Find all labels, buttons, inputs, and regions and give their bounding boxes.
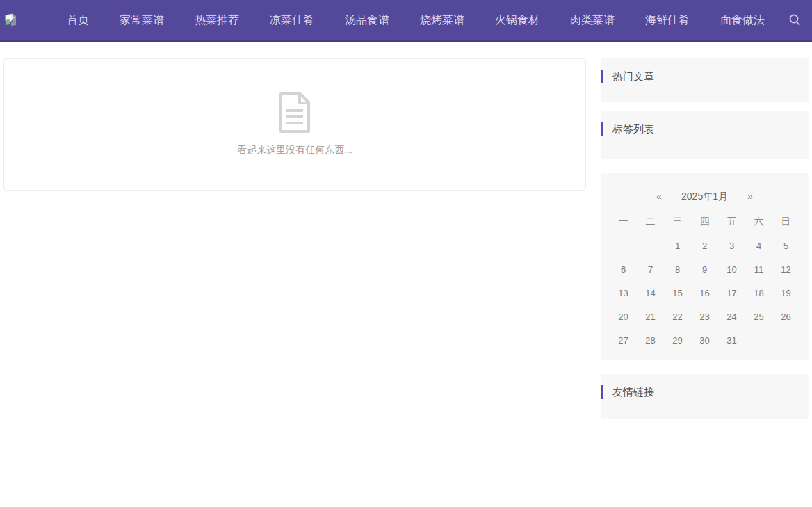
- nav-item-bbq-recipes[interactable]: 烧烤菜谱: [410, 0, 474, 40]
- nav-item-meat-recipes[interactable]: 肉类菜谱: [560, 0, 624, 40]
- calendar-next-button[interactable]: »: [745, 189, 756, 203]
- calendar-nav: « 2025年1月 »: [601, 173, 809, 203]
- calendar-day-cell: 9: [691, 257, 718, 281]
- nav-item-seafood-dishes[interactable]: 海鲜佳肴: [635, 0, 699, 40]
- calendar-day-cell: 10: [718, 257, 745, 281]
- search-icon: [788, 13, 802, 27]
- calendar-day-cell: 21: [637, 305, 664, 328]
- calendar-day-cell: 29: [664, 328, 691, 352]
- nav-item-home-cooking[interactable]: 家常菜谱: [110, 0, 174, 40]
- calendar-week-row: 13 14 15 16 17 18 19: [610, 281, 799, 305]
- friend-links-title: 友情链接: [612, 386, 654, 399]
- hot-articles-title: 热门文章: [612, 70, 654, 83]
- calendar-week-row: 20 21 22 23 24 25 26: [610, 305, 799, 328]
- main-nav: 首页 家常菜谱 热菜推荐 凉菜佳肴 汤品食谱 烧烤菜谱 火锅食材 肉类菜谱 海鲜…: [51, 0, 780, 40]
- calendar-table: 一 二 三 四 五 六 日 1 2 3: [610, 210, 799, 352]
- calendar-day-cell: 12: [772, 257, 799, 281]
- calendar-week-row: 6 7 8 9 10 11 12: [610, 257, 799, 281]
- calendar-day-cell: 31: [718, 328, 745, 352]
- nav-item-hot-dishes[interactable]: 热菜推荐: [185, 0, 249, 40]
- section-header: 热门文章: [601, 58, 809, 83]
- section-header: 友情链接: [601, 374, 809, 399]
- calendar-day-cell: 25: [745, 305, 772, 328]
- calendar-day-cell: [772, 328, 799, 352]
- calendar-weekday: 三: [664, 210, 691, 234]
- empty-state-text: 看起来这里没有任何东西...: [237, 144, 352, 156]
- section-header: 标签列表: [601, 111, 809, 136]
- calendar-day-cell: 14: [637, 281, 664, 305]
- nav-item-cold-dishes[interactable]: 凉菜佳肴: [260, 0, 324, 40]
- site-logo-broken-image-icon[interactable]: [4, 13, 18, 28]
- top-nav-bar: 首页 家常菜谱 热菜推荐 凉菜佳肴 汤品食谱 烧烤菜谱 火锅食材 肉类菜谱 海鲜…: [0, 0, 812, 42]
- section-accent-bar: [601, 70, 603, 83]
- section-accent-bar: [601, 122, 603, 136]
- calendar-widget: « 2025年1月 » 一 二 三 四 五 六 日: [601, 173, 809, 360]
- calendar-weekday: 一: [610, 210, 637, 234]
- empty-state: 看起来这里没有任何东西...: [237, 92, 352, 156]
- calendar-day-cell: [745, 328, 772, 352]
- calendar-day-cell: 26: [772, 305, 799, 328]
- calendar-day-cell: 11: [745, 257, 772, 281]
- calendar-prev-button[interactable]: «: [653, 189, 665, 203]
- calendar-day-cell: 20: [610, 305, 637, 328]
- calendar-day-cell: 24: [718, 305, 745, 328]
- calendar-day-cell: 6: [610, 257, 637, 281]
- calendar-day-cell: 18: [745, 281, 772, 305]
- section-friend-links: 友情链接: [601, 374, 809, 419]
- calendar-day-cell: 2: [691, 234, 718, 257]
- page-body: 看起来这里没有任何东西... 热门文章 标签列表 « 2025年1月 »: [0, 42, 812, 419]
- calendar-day-cell: 28: [637, 328, 664, 352]
- calendar-day-cell: 5: [772, 234, 799, 257]
- calendar-day-cell: [637, 234, 664, 257]
- calendar-weekday: 四: [691, 210, 718, 234]
- empty-document-icon: [278, 92, 311, 133]
- calendar-weekday: 二: [637, 210, 664, 234]
- calendar-day-cell: 4: [745, 234, 772, 257]
- content-panel: 看起来这里没有任何东西...: [3, 58, 586, 191]
- calendar-week-row: 27 28 29 30 31: [610, 328, 799, 352]
- calendar-weekday: 六: [745, 210, 772, 234]
- calendar-day-cell: 30: [691, 328, 718, 352]
- calendar-week-row: 1 2 3 4 5: [610, 234, 799, 257]
- calendar-day-cell: 27: [610, 328, 637, 352]
- nav-item-soup-recipes[interactable]: 汤品食谱: [335, 0, 399, 40]
- calendar-weekday: 五: [718, 210, 745, 234]
- calendar-day-cell: 13: [610, 281, 637, 305]
- calendar-weekday-row: 一 二 三 四 五 六 日: [610, 210, 799, 234]
- search-button[interactable]: [784, 10, 805, 31]
- calendar-day-cell: 17: [718, 281, 745, 305]
- calendar-day-cell: 22: [664, 305, 691, 328]
- tag-list-title: 标签列表: [612, 123, 654, 136]
- calendar-month-label: 2025年1月: [681, 189, 728, 203]
- section-accent-bar: [601, 385, 603, 399]
- section-hot-articles: 热门文章: [601, 58, 809, 102]
- sidebar: 热门文章 标签列表 « 2025年1月 » 一 二 三: [601, 58, 809, 419]
- calendar-day-cell: 1: [664, 234, 691, 257]
- calendar-day-cell: 23: [691, 305, 718, 328]
- calendar-day-cell: 3: [718, 234, 745, 257]
- calendar-day-cell: 16: [691, 281, 718, 305]
- calendar-day-cell: 19: [772, 281, 799, 305]
- nav-item-noodle-recipes[interactable]: 面食做法: [710, 0, 774, 40]
- calendar-day-cell: 7: [637, 257, 664, 281]
- calendar-weekday: 日: [772, 210, 799, 234]
- nav-item-home[interactable]: 首页: [57, 0, 99, 40]
- calendar-day-cell: 15: [664, 281, 691, 305]
- calendar-day-cell: [610, 234, 637, 257]
- section-tag-list: 标签列表: [601, 111, 809, 159]
- nav-item-hotpot-ingredients[interactable]: 火锅食材: [485, 0, 549, 40]
- calendar-day-cell: 8: [664, 257, 691, 281]
